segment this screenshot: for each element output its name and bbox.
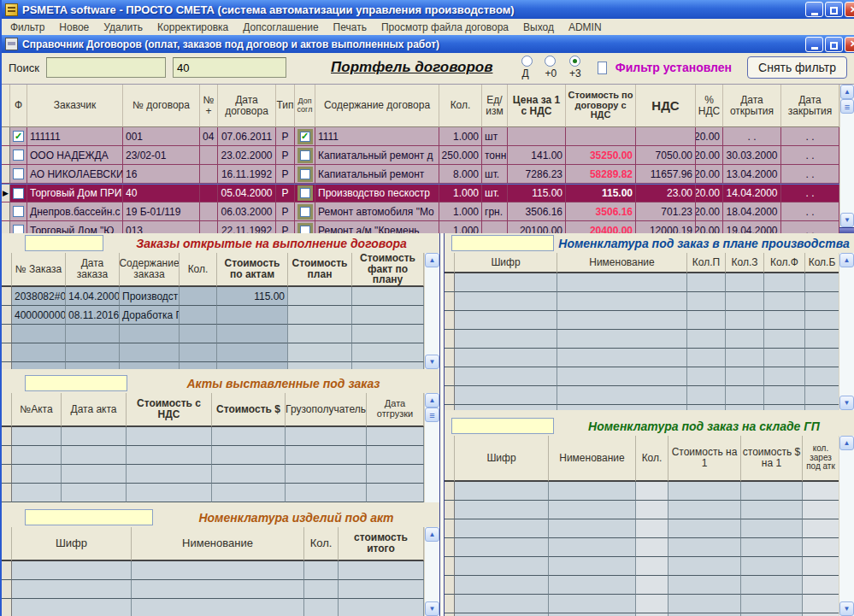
menu-item-view-file[interactable]: Просмотр файла договора — [381, 21, 509, 33]
radio-d[interactable]: Д — [521, 56, 534, 79]
cell-customer: Днепров.бассейн.с — [27, 202, 123, 221]
scroll-track[interactable] — [425, 422, 439, 502]
order-row[interactable]: 2038082#00 14.04.2000 Производст 115.00 — [2, 287, 424, 306]
act-row-empty — [2, 427, 424, 446]
cell-no-plus: 04 — [200, 127, 218, 146]
plan-scrollbar[interactable]: ▲ ▼ — [839, 253, 854, 410]
scroll-up-icon[interactable]: ▲ — [425, 393, 439, 408]
act-items-header-row: Шифр Нименование Кол. стоимость итого — [2, 527, 424, 561]
paid-checkbox[interactable] — [13, 168, 24, 179]
paid-checkbox[interactable] — [13, 150, 24, 161]
cell-qty: 8.000 — [439, 165, 482, 184]
scroll-down-icon[interactable]: ▼ — [840, 213, 854, 227]
acts-scrollbar[interactable]: ▲ ≡ — [424, 393, 439, 502]
search-input-2[interactable] — [173, 57, 286, 78]
contract-row[interactable]: Днепров.бассейн.с 19 Б-01/119 06.03.2000… — [2, 202, 839, 221]
cell-cost-acts: 115.00 — [217, 287, 288, 306]
cell-content: Капиатальный ремонт — [315, 165, 439, 184]
col-header-qty-z: Кол.З — [726, 253, 764, 273]
menu-item-new[interactable]: Новое — [59, 21, 89, 33]
menu-item-print[interactable]: Печать — [333, 21, 367, 33]
radio-d-icon[interactable] — [521, 56, 533, 67]
warehouse-scrollbar[interactable]: ▲ ▼ — [839, 436, 854, 616]
addendum-checkbox[interactable]: ✓ — [300, 132, 310, 142]
cell-contract-no: 001 — [123, 127, 200, 146]
cell-contract-no: 23/02-01 — [123, 146, 200, 165]
contract-row[interactable]: ✓ 111111 001 04 07.06.2011 Р ✓ 1111 1.00… — [2, 127, 839, 146]
filter-set-checkbox[interactable] — [598, 62, 607, 74]
scroll-up-icon[interactable]: ▲ — [425, 253, 439, 267]
child-maximize-button[interactable] — [825, 37, 843, 52]
scroll-up-icon[interactable]: ▲ — [839, 253, 854, 267]
scroll-down-icon[interactable]: ▼ — [839, 601, 854, 616]
maximize-button[interactable] — [825, 2, 843, 17]
warehouse-search-input[interactable] — [451, 418, 554, 434]
orders-search-input[interactable] — [25, 235, 103, 251]
paid-checkbox[interactable]: ✓ — [13, 131, 24, 142]
close-button[interactable]: ✕ — [845, 2, 854, 17]
search-input-1[interactable] — [46, 57, 166, 78]
act-items-scrollbar[interactable]: ▲ ▼ — [424, 527, 439, 616]
cell-open-date: 14.04.2000 — [723, 185, 781, 202]
cell-customer: 111111 — [27, 127, 123, 146]
acts-search-input[interactable] — [25, 375, 127, 391]
radio-plus3[interactable]: +3 — [569, 56, 584, 79]
menu-item-exit[interactable]: Выход — [523, 21, 554, 33]
plan-section-title: Номенклатура под заказ в плане производс… — [554, 237, 854, 250]
menu-item-admin[interactable]: ADMIN — [568, 21, 602, 33]
scroll-track[interactable] — [425, 542, 439, 601]
menu-item-filter[interactable]: Фильтр — [10, 21, 44, 33]
addendum-checkbox[interactable] — [300, 207, 310, 217]
search-label: Поиск — [9, 62, 39, 74]
contract-row[interactable]: ООО НАДЕЖДА 23/02-01 23.02.2000 Р Капиат… — [2, 146, 839, 165]
radio-plus3-icon[interactable] — [569, 56, 580, 67]
clear-filter-button[interactable]: Снять фильтр — [747, 56, 847, 79]
paid-checkbox[interactable] — [13, 206, 24, 217]
app-icon[interactable] — [5, 3, 18, 16]
scroll-up-icon[interactable]: ▲ — [839, 436, 854, 450]
col-header-cost-total: стоимость итого — [339, 527, 424, 561]
child-close-button[interactable]: ✕ — [845, 37, 854, 52]
menu-item-edit[interactable]: Корректировка — [157, 21, 228, 33]
radio-plus0[interactable]: +0 — [545, 56, 559, 79]
warehouse-row-empty — [445, 519, 839, 538]
col-header-name: Нименование — [557, 253, 687, 273]
addendum-checkbox[interactable] — [300, 169, 310, 179]
right-panel-column: Номенклатура под заказ в плане производс… — [444, 233, 854, 616]
contract-row[interactable]: АО НИКОЛАЕВСКИ 16 16.11.1992 Р Капиаталь… — [2, 165, 839, 184]
cell-open-date: 30.03.2000 — [723, 146, 781, 165]
child-minimize-button[interactable] — [805, 37, 823, 52]
addendum-checkbox[interactable] — [300, 150, 310, 161]
plan-search-input[interactable] — [451, 235, 554, 251]
cell-order-date: 14.04.2000 — [66, 287, 120, 306]
scroll-track[interactable] — [425, 267, 439, 355]
col-header-code: Шифр — [12, 527, 132, 561]
col-header-contract-no: № договора — [123, 85, 200, 127]
orders-scrollbar[interactable]: ▲ ▼ — [424, 253, 439, 369]
minimize-button[interactable] — [805, 2, 823, 17]
scroll-menu-icon[interactable]: ≡ — [840, 99, 854, 114]
radio-plus0-icon[interactable] — [545, 56, 556, 67]
paid-checkbox[interactable] — [13, 188, 24, 199]
cell-customer: АО НИКОЛАЕВСКИ — [27, 165, 123, 184]
menu-item-addendum[interactable]: Допсоглашение — [243, 21, 318, 33]
col-header-cost-fact: Стоимость факт по плану — [352, 253, 424, 287]
scroll-menu-icon[interactable]: ≡ — [425, 408, 439, 422]
menu-item-delete[interactable]: Удалить — [103, 21, 143, 33]
contract-row-selected[interactable]: ▶ Торговый Дом ПРИ 40 05.04.2000 Р Произ… — [2, 184, 839, 202]
scroll-track[interactable] — [839, 450, 854, 601]
order-row[interactable]: 4000000000 08.11.2016 Доработка Г — [2, 306, 424, 325]
scroll-up-icon[interactable]: ▲ — [840, 85, 854, 99]
scroll-down-icon[interactable]: ▼ — [425, 355, 439, 369]
contracts-scrollbar[interactable]: ▲ ≡ ▼ — [839, 85, 854, 227]
orders-rows: 2038082#00 14.04.2000 Производст 115.00 … — [2, 287, 424, 369]
scroll-track[interactable] — [839, 267, 854, 396]
addendum-checkbox[interactable] — [300, 188, 310, 198]
scroll-down-icon[interactable]: ▼ — [425, 601, 439, 616]
scroll-up-icon[interactable]: ▲ — [425, 527, 439, 542]
scroll-down-icon[interactable]: ▼ — [839, 396, 854, 410]
scroll-track[interactable] — [840, 114, 854, 213]
act-items-search-input[interactable] — [25, 509, 153, 525]
plan-row-empty — [445, 273, 839, 292]
cell-date: 23.02.2000 — [218, 146, 276, 165]
